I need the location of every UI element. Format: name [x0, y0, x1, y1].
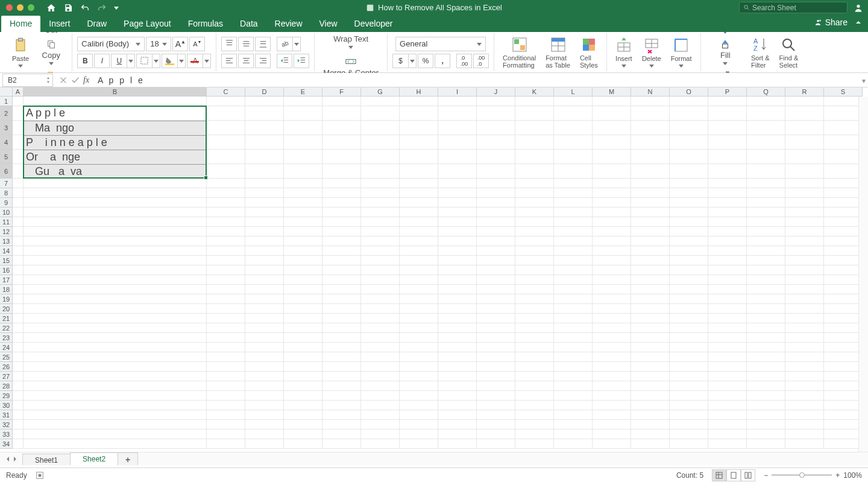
cell[interactable] — [207, 304, 245, 314]
home-icon[interactable] — [46, 3, 56, 13]
cell[interactable] — [477, 410, 515, 420]
cell[interactable] — [708, 265, 747, 275]
cell[interactable] — [554, 352, 593, 362]
cell[interactable] — [13, 164, 24, 179]
row-header[interactable]: 4 — [0, 135, 13, 150]
ribbon-tab-insert[interactable]: Insert — [40, 16, 78, 32]
cell[interactable] — [207, 164, 245, 179]
cell[interactable] — [747, 333, 785, 343]
fill-color-button[interactable] — [162, 54, 177, 68]
column-header[interactable]: O — [670, 87, 708, 97]
cell[interactable] — [554, 227, 593, 236]
zoom-in-button[interactable]: + — [835, 471, 840, 480]
cell[interactable] — [438, 179, 477, 188]
cell[interactable] — [785, 294, 824, 304]
font-family-select[interactable]: Calibri (Body) — [77, 37, 145, 51]
sheet-nav-next-icon[interactable] — [12, 456, 18, 462]
cell[interactable] — [400, 106, 438, 121]
cell[interactable] — [631, 430, 670, 439]
cell[interactable] — [708, 150, 747, 164]
cell[interactable] — [13, 294, 24, 304]
cell[interactable] — [207, 236, 245, 246]
cell[interactable] — [785, 333, 824, 343]
cell[interactable] — [361, 275, 400, 285]
cell[interactable] — [361, 439, 400, 449]
orientation-dropdown[interactable] — [292, 37, 301, 51]
cell[interactable] — [785, 164, 824, 179]
cell[interactable] — [515, 410, 554, 420]
cell[interactable] — [747, 304, 785, 314]
cell-styles-button[interactable]: Cell Styles — [576, 34, 602, 71]
cell[interactable] — [515, 121, 554, 135]
cell[interactable] — [515, 362, 554, 372]
cell[interactable] — [245, 121, 284, 135]
cell[interactable] — [515, 188, 554, 198]
cell[interactable] — [708, 97, 747, 106]
cell[interactable] — [245, 275, 284, 285]
cell[interactable] — [477, 381, 515, 391]
cell[interactable] — [13, 352, 24, 362]
cell[interactable] — [785, 430, 824, 439]
cell[interactable] — [24, 420, 207, 430]
cell[interactable] — [322, 401, 361, 410]
cell[interactable] — [824, 246, 863, 256]
row-header[interactable]: 34 — [0, 439, 13, 449]
cell[interactable] — [708, 121, 747, 135]
cell[interactable] — [322, 150, 361, 164]
cell[interactable] — [670, 188, 708, 198]
cell[interactable] — [361, 343, 400, 352]
ribbon-tab-data[interactable]: Data — [231, 16, 266, 32]
row-header[interactable]: 7 — [0, 179, 13, 188]
cell[interactable] — [400, 164, 438, 179]
cell[interactable] — [438, 333, 477, 343]
fill-color-dropdown[interactable] — [177, 54, 186, 68]
cell[interactable] — [361, 420, 400, 430]
cells[interactable]: A p p l e Ma ngoP i n n e a p l eOr a ng… — [13, 97, 863, 449]
cell[interactable] — [322, 198, 361, 208]
cell[interactable] — [670, 362, 708, 372]
cell[interactable] — [824, 333, 863, 343]
cell[interactable] — [670, 294, 708, 304]
cell[interactable] — [515, 304, 554, 314]
cell[interactable] — [322, 381, 361, 391]
row-header[interactable]: 18 — [0, 285, 13, 294]
cell[interactable] — [24, 265, 207, 275]
ribbon-tab-view[interactable]: View — [311, 16, 346, 32]
sheet-tab[interactable]: Sheet1 — [22, 454, 71, 466]
cell[interactable] — [400, 352, 438, 362]
cell[interactable] — [785, 150, 824, 164]
cell[interactable] — [284, 323, 322, 333]
cell[interactable] — [284, 420, 322, 430]
cell[interactable] — [785, 381, 824, 391]
cell[interactable] — [477, 236, 515, 246]
cell[interactable] — [708, 439, 747, 449]
row-header[interactable]: 32 — [0, 420, 13, 430]
cell[interactable] — [593, 314, 631, 323]
cell[interactable] — [361, 304, 400, 314]
cell[interactable] — [631, 164, 670, 179]
row-header[interactable]: 25 — [0, 352, 13, 362]
cell[interactable] — [207, 333, 245, 343]
cell[interactable] — [824, 352, 863, 362]
cell[interactable] — [24, 227, 207, 236]
cell[interactable] — [245, 314, 284, 323]
cell[interactable] — [593, 150, 631, 164]
cell[interactable] — [400, 179, 438, 188]
cell[interactable] — [245, 304, 284, 314]
cell[interactable] — [477, 285, 515, 294]
cell[interactable] — [438, 439, 477, 449]
column-header[interactable]: A — [13, 87, 24, 97]
cell[interactable] — [670, 121, 708, 135]
cell[interactable] — [438, 381, 477, 391]
cell[interactable] — [515, 97, 554, 106]
ribbon-tab-page-layout[interactable]: Page Layout — [115, 16, 180, 32]
cell[interactable] — [593, 410, 631, 420]
cell[interactable] — [361, 121, 400, 135]
cell[interactable] — [207, 294, 245, 304]
cell[interactable] — [670, 227, 708, 236]
cell[interactable] — [477, 333, 515, 343]
cell[interactable] — [477, 188, 515, 198]
cell[interactable] — [13, 391, 24, 401]
cell[interactable] — [438, 430, 477, 439]
cell[interactable] — [13, 285, 24, 294]
